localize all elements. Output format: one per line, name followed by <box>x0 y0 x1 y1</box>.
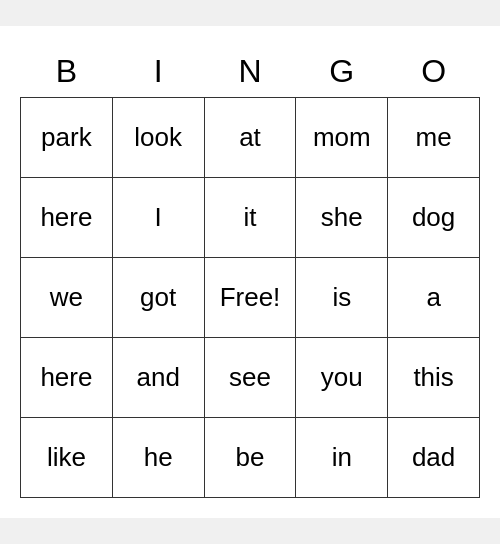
cell-r4c0: like <box>21 418 113 498</box>
header-row: B I N G O <box>21 46 480 98</box>
cell-r1c4: dog <box>388 178 480 258</box>
cell-r2c0: we <box>21 258 113 338</box>
cell-r2c3: is <box>296 258 388 338</box>
cell-r4c1: he <box>112 418 204 498</box>
bingo-card: B I N G O parklookatmommehereIitshedogwe… <box>0 26 500 519</box>
table-row: likehebeindad <box>21 418 480 498</box>
header-g: G <box>296 46 388 98</box>
cell-r4c2: be <box>204 418 296 498</box>
cell-r3c4: this <box>388 338 480 418</box>
cell-r0c3: mom <box>296 98 388 178</box>
header-n: N <box>204 46 296 98</box>
cell-r0c1: look <box>112 98 204 178</box>
cell-r4c4: dad <box>388 418 480 498</box>
header-o: O <box>388 46 480 98</box>
header-b: B <box>21 46 113 98</box>
table-row: hereIitshedog <box>21 178 480 258</box>
cell-r1c2: it <box>204 178 296 258</box>
cell-r0c2: at <box>204 98 296 178</box>
cell-r2c2: Free! <box>204 258 296 338</box>
header-i: I <box>112 46 204 98</box>
cell-r3c3: you <box>296 338 388 418</box>
cell-r3c1: and <box>112 338 204 418</box>
cell-r0c4: me <box>388 98 480 178</box>
cell-r4c3: in <box>296 418 388 498</box>
table-row: parklookatmomme <box>21 98 480 178</box>
table-row: wegotFree!isa <box>21 258 480 338</box>
bingo-table: B I N G O parklookatmommehereIitshedogwe… <box>20 46 480 499</box>
table-row: hereandseeyouthis <box>21 338 480 418</box>
cell-r1c0: here <box>21 178 113 258</box>
cell-r3c0: here <box>21 338 113 418</box>
cell-r3c2: see <box>204 338 296 418</box>
cell-r1c1: I <box>112 178 204 258</box>
cell-r2c4: a <box>388 258 480 338</box>
cell-r1c3: she <box>296 178 388 258</box>
cell-r2c1: got <box>112 258 204 338</box>
cell-r0c0: park <box>21 98 113 178</box>
